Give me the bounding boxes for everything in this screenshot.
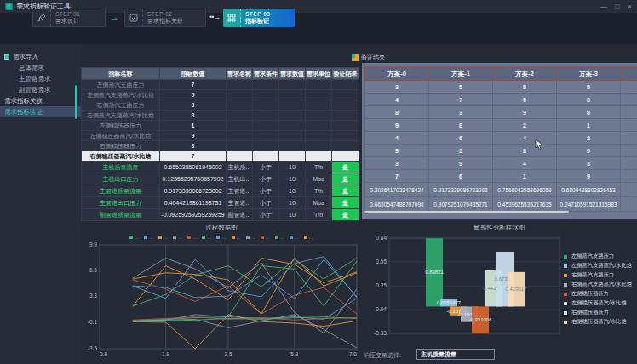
plan-cell: 1 [621,119,637,132]
legend-swatch [216,236,220,239]
step-03-button[interactable]: STEP 03 指标验证 [223,9,295,27]
response-variable-label: 响应变量选择: [364,351,401,360]
indicator-row[interactable]: 右侧稳压器蒸汽/水比焓7 [82,151,359,162]
step-number: STEP 02 [147,11,183,17]
verify-result-badge: 是 [332,173,359,185]
plan-row[interactable]: 46426 [365,132,637,145]
indicator-row[interactable]: 左侧稳压器压力1 [82,121,359,131]
svg-text:9.9: 9.9 [89,242,97,247]
indicator-row[interactable]: 右侧稳压器压力3 [82,141,359,151]
process-chart-legend: ....................................... [81,233,362,242]
process-chart-title: 过程数据图 [81,223,362,233]
verify-result-badge: 是 [332,209,359,221]
plan-row[interactable]: 47533 [365,94,637,106]
result-row[interactable]: 主管道质量流量0.9173339086723002主管道...小于10T/h是 [82,185,359,197]
plan-cell: 9 [429,157,493,170]
requirement-condition: 小于 [253,162,279,173]
checkbox-icon [125,9,143,26]
indicator-value: 0.6552385061945002 [160,162,227,173]
legend-item: ... [290,235,299,240]
plan-cell: 8 [429,119,493,132]
panel-scrollbar[interactable] [75,85,77,119]
step-label: 需求设计 [55,17,80,26]
plan-cell: 3 [557,157,621,170]
plan-row[interactable]: 52893 [365,145,637,157]
result-row[interactable]: 主管道出口压力0.4044219861198731主管道...小于10Mpa是 [82,197,359,209]
legend-swatch [564,283,567,287]
plan-column-header: 方案-1 [429,67,493,81]
empty-cell [332,90,359,100]
verify-result-badge: 是 [332,197,359,209]
requirement-unit: Mpa [306,173,332,185]
sidebar-item-1[interactable]: 总体需求 [0,62,81,73]
indicator-name: 左侧稳压器压力 [82,121,160,131]
plan-table-panel: 方案-0方案-1方案-2方案-3方案-435856475338398898211… [362,63,637,219]
plan-cell: 4 [493,157,557,170]
indicator-row[interactable]: 右侧蒸汽支路压力3 [82,100,359,111]
plan-cell: 6 [621,132,637,145]
plan-cell: 5 [621,170,637,183]
plan-column-header: 方案-4 [621,67,637,81]
sidebar-item-0[interactable]: 需求导入 [0,51,81,62]
plan-row[interactable]: 76195 [365,170,637,183]
step-label: 需求指标关联 [147,17,183,26]
indicator-name: 左侧稳压器蒸汽/水比焓 [82,131,160,141]
column-header: 需求单位 [306,68,332,80]
result-row[interactable]: 主机质量流量0.6552385061945002主机质...小于10T/h是 [82,162,359,173]
indicator-value: 0.4044219861198731 [160,197,227,209]
empty-cell [332,100,359,111]
requirement-value: 10 [279,185,306,197]
maximize-button[interactable]: □ [615,3,619,10]
legend-swatch [564,255,567,259]
plan-cell: 2 [557,132,621,145]
empty-cell [227,131,253,141]
legend-item: 右侧稳压器蒸汽/水比焓 [564,317,635,327]
plan-cell: 0.9079251070435271 [429,197,493,212]
plan-cell: 5 [493,94,557,106]
sidebar-item-3[interactable]: 副管路需求 [0,84,81,95]
plan-cell: 9 [493,106,557,119]
sidebar-item-2[interactable]: 主管路需求 [0,73,81,84]
tree-expand-icon[interactable] [4,54,9,60]
legend-swatch [290,236,293,239]
result-row[interactable]: 副管道质量流量-0.09259259259259259副管道...小于10T/h… [82,209,359,221]
horizontal-scrollbar[interactable] [364,211,569,213]
plan-cell: 4 [365,132,429,145]
empty-cell [279,90,306,100]
plan-cell: 3 [365,157,429,170]
legend-swatch [261,236,264,239]
empty-cell [279,100,306,111]
empty-cell [332,151,359,162]
empty-cell [227,141,253,151]
step-02-button[interactable]: STEP 02 需求指标关联 [124,9,206,27]
plan-row[interactable]: 83988 [365,106,637,119]
design-pen-icon [33,9,51,26]
indicator-value: 3 [160,100,227,111]
indicator-value: 9 [160,131,227,141]
plan-row[interactable]: 98211 [365,119,637,132]
plan-cell: 3 [621,94,637,106]
minimize-button[interactable]: — [600,3,606,10]
plan-row[interactable]: 0.66305474887070980.90792510704352710.45… [365,197,637,212]
indicator-row[interactable]: 左侧蒸汽支路压力7 [82,80,359,90]
close-button[interactable]: × [628,3,632,10]
plan-row[interactable]: 0.30264170234784240.91733390867230020.75… [365,183,637,197]
empty-cell [306,80,332,90]
plan-row[interactable]: 35856 [365,81,637,94]
step-01-button[interactable]: STEP 01 需求设计 [32,9,106,27]
requirement-condition: 小于 [253,173,279,185]
sensitivity-chart-legend: 左侧蒸汽支路压力左侧蒸汽支路蒸汽/水比焓右侧蒸汽支路压力右侧蒸汽支路蒸汽/水比焓… [564,252,635,327]
requirement-name: 主管道... [227,185,253,197]
response-variable-select[interactable] [416,349,495,360]
indicator-row[interactable]: 左侧稳压器蒸汽/水比焓9 [82,131,359,141]
empty-cell [253,141,279,151]
result-row[interactable]: 主机出口压力0.12355295760657992主机出...小于10Mpa是 [82,173,359,185]
plan-row[interactable]: 39439 [365,157,637,170]
indicator-row[interactable]: 右侧蒸汽支路蒸汽/水比焓8 [82,111,359,121]
sidebar-item-5[interactable]: 需求指标验证 [0,106,81,117]
verify-result-badge: 是 [332,185,359,197]
sidebar-item-4[interactable]: 需求指标关联 [0,95,81,106]
process-chart-panel: 过程数据图 ..................................… [81,223,362,364]
svg-text:-0.33: -0.33 [374,330,387,336]
indicator-row[interactable]: 左侧蒸汽支路蒸汽/水比焓5 [82,90,359,100]
